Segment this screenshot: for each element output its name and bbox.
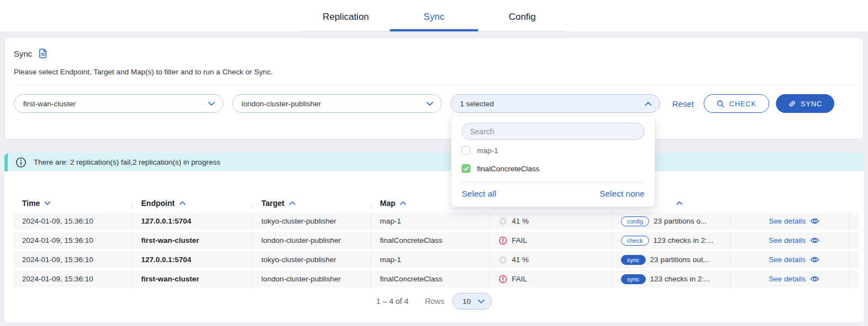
table-row: 2024-01-09, 15:36:10 first-wan-cluster l…	[13, 232, 859, 249]
fail-icon	[499, 275, 507, 284]
target-select[interactable]: london-cluster-publisher	[232, 94, 442, 113]
status-cell: 41 %	[490, 251, 612, 268]
link-icon	[788, 100, 796, 108]
document-icon[interactable]	[37, 48, 49, 59]
check-button[interactable]: CHECK	[704, 94, 769, 113]
top-tab-bar: Replication Sync Config	[0, 0, 868, 31]
endpoint-cell: 127.0.0.1:5704	[132, 213, 253, 230]
select-all-link[interactable]: Select all	[462, 189, 496, 199]
see-details-link[interactable]: See details	[769, 275, 819, 283]
rows-per-page-value: 10	[463, 297, 471, 306]
target-cell: london-cluster-publisher	[253, 270, 371, 287]
sort-asc-icon	[676, 201, 683, 205]
info-banner: There are: 2 replication(s) fail,2 repli…	[4, 153, 864, 171]
tab-replication[interactable]: Replication	[302, 4, 390, 31]
details-cell: See details	[731, 251, 849, 268]
target-cell: tokyo-cluster-publisher	[253, 213, 371, 230]
time-cell: 2024-01-09, 15:36:10	[13, 251, 132, 268]
table-header: Time Endpoint Target Map	[13, 193, 859, 213]
table-row: 2024-01-09, 15:36:10 127.0.0.1:5704 toky…	[13, 251, 859, 268]
search-input[interactable]	[462, 123, 645, 140]
target-cell: tokyo-cluster-publisher	[253, 251, 371, 268]
status-badge: check	[621, 236, 649, 246]
reset-link[interactable]: Reset	[672, 99, 694, 108]
sync-button-label: SYNC	[801, 100, 822, 108]
rows-per-page-label: Rows	[425, 297, 444, 306]
column-label: Target	[261, 199, 285, 208]
eye-icon	[810, 237, 819, 244]
map-option-map-1[interactable]: map-1	[462, 143, 645, 158]
see-details-link[interactable]: See details	[769, 236, 819, 244]
status-badge: config	[621, 216, 649, 226]
see-details-label: See details	[769, 275, 806, 283]
endpoint-cell: first-wan-cluster	[132, 270, 253, 287]
column-label: Time	[22, 199, 40, 208]
endpoint-cell: first-wan-cluster	[132, 232, 253, 249]
endpoint-cell: 127.0.0.1:5704	[132, 251, 253, 268]
see-details-link[interactable]: See details	[769, 256, 819, 264]
row-spacer	[849, 251, 859, 268]
page-title: Sync	[14, 49, 32, 58]
tab-config[interactable]: Config	[478, 4, 566, 31]
sync-button[interactable]: SYNC	[776, 94, 834, 113]
endpoint-select[interactable]: first-wan-cluster	[14, 94, 223, 113]
map-cell: finalConcreteClass	[371, 270, 490, 287]
column-header-target[interactable]: Target	[253, 199, 371, 208]
status-cell: FAIL	[490, 270, 612, 287]
search-icon	[716, 100, 725, 108]
banner-text: There are: 2 replication(s) fail,2 repli…	[34, 158, 220, 166]
sort-asc-icon	[400, 201, 406, 205]
map-cell: finalConcreteClass	[371, 232, 490, 249]
message-text: 123 checks in 2:...	[650, 275, 710, 283]
details-cell: See details	[731, 232, 849, 249]
status-text: 41 %	[512, 217, 529, 225]
chevron-down-icon	[426, 101, 433, 106]
filter-instructions: Please select Endpoint, Target and Map(s…	[14, 68, 854, 85]
row-spacer	[849, 213, 859, 230]
map-multiselect[interactable]: 1 selected map-1 finalConcreteClass	[451, 94, 660, 113]
details-cell: See details	[731, 213, 849, 230]
map-select-value: 1 selected	[460, 100, 494, 108]
info-icon	[15, 157, 26, 168]
target-cell: london-cluster-publisher	[253, 232, 371, 249]
table-row: 2024-01-09, 15:36:10 first-wan-cluster l…	[13, 270, 859, 287]
page-range: 1 – 4 of 4	[376, 297, 408, 306]
rows-per-page-select[interactable]: 10	[452, 293, 492, 309]
map-option-finalconcreteclass[interactable]: finalConcreteClass	[462, 161, 645, 176]
option-label: map-1	[477, 146, 498, 155]
eye-icon	[810, 218, 819, 225]
target-select-value: london-cluster-publisher	[242, 100, 321, 108]
filter-row: first-wan-cluster london-cluster-publish…	[14, 85, 854, 113]
message-cell: sync 23 partitions out...	[612, 251, 731, 268]
pagination: 1 – 4 of 4 Rows 10	[4, 292, 864, 311]
tab-sync[interactable]: Sync	[390, 4, 478, 31]
see-details-label: See details	[769, 256, 806, 264]
message-cell: check 123 checks in 2:...	[612, 232, 731, 249]
column-header-endpoint[interactable]: Endpoint	[132, 199, 253, 208]
see-details-link[interactable]: See details	[769, 217, 819, 225]
fail-icon	[499, 236, 507, 245]
checkbox-checked[interactable]	[462, 164, 470, 173]
tab-group: Replication Sync Config	[302, 4, 566, 31]
time-cell: 2024-01-09, 15:36:10	[13, 213, 132, 230]
row-spacer	[849, 270, 859, 287]
checkbox-unchecked[interactable]	[462, 146, 470, 155]
sync-results-card: There are: 2 replication(s) fail,2 repli…	[4, 153, 864, 322]
spinner-icon	[499, 256, 507, 264]
details-cell: See details	[731, 270, 849, 287]
status-text: 41 %	[512, 256, 529, 264]
status-badge: sync	[621, 274, 646, 284]
see-details-label: See details	[769, 236, 806, 244]
row-spacer	[849, 232, 859, 249]
message-cell: config 23 partitions o...	[612, 213, 731, 230]
spinner-icon	[499, 217, 507, 226]
message-text: 23 partitions o...	[653, 217, 706, 225]
chevron-down-icon	[478, 299, 485, 304]
message-text: 23 partitions out...	[650, 256, 709, 264]
sort-desc-icon	[44, 201, 51, 205]
status-badge: sync	[621, 255, 646, 265]
select-none-link[interactable]: Select none	[599, 189, 645, 199]
column-header-time[interactable]: Time	[13, 199, 132, 208]
sync-filter-card: Sync Please select Endpoint, Target and …	[4, 37, 864, 139]
status-cell: FAIL	[490, 232, 612, 249]
